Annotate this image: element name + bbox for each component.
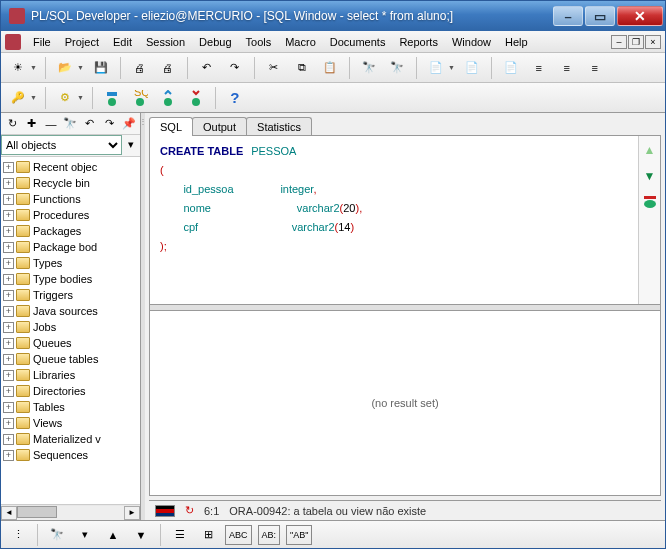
find-next-button[interactable]: 🔭	[386, 57, 408, 79]
cut-button[interactable]: ✂	[263, 57, 285, 79]
tree-item[interactable]: +Type bodies	[1, 271, 140, 287]
menu-documents[interactable]: Documents	[324, 34, 392, 50]
menu-session[interactable]: Session	[140, 34, 191, 50]
tree-item[interactable]: +Functions	[1, 191, 140, 207]
nav-fwd-icon[interactable]: ↷	[101, 115, 117, 133]
expand-icon[interactable]: +	[3, 450, 14, 461]
expand-icon[interactable]: +	[3, 162, 14, 173]
expand-icon[interactable]: +	[3, 210, 14, 221]
print-button[interactable]: 🖨	[129, 57, 151, 79]
save-button[interactable]: 💾	[90, 57, 112, 79]
expand-icon[interactable]: +	[3, 258, 14, 269]
tree-item[interactable]: +Recent objec	[1, 159, 140, 175]
execute-button[interactable]: ⚙▼	[54, 87, 84, 109]
explain-plan-button[interactable]: 📄▼	[425, 57, 455, 79]
doc-button[interactable]: 📄	[500, 57, 522, 79]
whole-word-button[interactable]: AB:	[258, 525, 281, 545]
menu-file[interactable]: File	[27, 34, 57, 50]
refresh-status-icon[interactable]: ↻	[185, 504, 194, 517]
paste-button[interactable]: 📋	[319, 57, 341, 79]
expand-icon[interactable]: +	[3, 322, 14, 333]
undo-button[interactable]: ↶	[196, 57, 218, 79]
find-next-icon[interactable]: ▼	[130, 525, 152, 545]
open-button[interactable]: 📂▼	[54, 57, 84, 79]
tree-item[interactable]: +Packages	[1, 223, 140, 239]
mdi-minimize-button[interactable]: –	[611, 35, 627, 49]
tab-output[interactable]: Output	[192, 117, 247, 136]
fetch-icon[interactable]	[642, 194, 658, 210]
pin-icon[interactable]: 📌	[121, 115, 137, 133]
maximize-button[interactable]: ▭	[585, 6, 615, 26]
indent-right-button[interactable]: ≡	[556, 57, 578, 79]
tree-item[interactable]: +Libraries	[1, 367, 140, 383]
binoculars-icon[interactable]: 🔭	[46, 525, 68, 545]
new-button[interactable]: ☀▼	[7, 57, 37, 79]
remove-icon[interactable]: —	[43, 115, 59, 133]
tree-item[interactable]: +Tables	[1, 399, 140, 415]
expand-icon[interactable]: +	[3, 386, 14, 397]
list-icon[interactable]: ☰	[169, 525, 191, 545]
format-button[interactable]: ≡	[584, 57, 606, 79]
dropdown-icon[interactable]: ▾	[74, 525, 96, 545]
close-button[interactable]: ✕	[617, 6, 663, 26]
tree-item[interactable]: +Directories	[1, 383, 140, 399]
menu-macro[interactable]: Macro	[279, 34, 322, 50]
scroll-down-icon[interactable]: ▼	[642, 168, 658, 184]
scroll-right-button[interactable]: ►	[124, 506, 140, 520]
expand-icon[interactable]: +	[3, 418, 14, 429]
expand-icon[interactable]: +	[3, 226, 14, 237]
nav-back-icon[interactable]: ↶	[82, 115, 98, 133]
match-case-button[interactable]: ABC	[225, 525, 252, 545]
object-tree[interactable]: +Recent objec+Recycle bin+Functions+Proc…	[1, 157, 140, 504]
minimize-button[interactable]: –	[553, 6, 583, 26]
help-button[interactable]: ?	[224, 87, 246, 109]
commit-button[interactable]	[157, 87, 179, 109]
mdi-close-button[interactable]: ×	[645, 35, 661, 49]
filter-dropdown-icon[interactable]: ▾	[122, 135, 140, 153]
refresh-icon[interactable]: ↻	[4, 115, 20, 133]
tree-item[interactable]: +Queue tables	[1, 351, 140, 367]
grid-icon[interactable]: ⊞	[197, 525, 219, 545]
redo-button[interactable]: ↷	[224, 57, 246, 79]
expand-icon[interactable]: +	[3, 434, 14, 445]
menu-debug[interactable]: Debug	[193, 34, 237, 50]
copy-button[interactable]: ⧉	[291, 57, 313, 79]
collapse-icon[interactable]: ⋮	[7, 525, 29, 545]
menu-reports[interactable]: Reports	[393, 34, 444, 50]
find-button[interactable]: 🔭	[358, 57, 380, 79]
expand-icon[interactable]: +	[3, 306, 14, 317]
tree-item[interactable]: +Types	[1, 255, 140, 271]
tree-item[interactable]: +Sequences	[1, 447, 140, 463]
expand-icon[interactable]: +	[3, 242, 14, 253]
tree-item[interactable]: +Jobs	[1, 319, 140, 335]
menu-edit[interactable]: Edit	[107, 34, 138, 50]
print-setup-button[interactable]: 🖨	[157, 57, 179, 79]
rollback-button[interactable]	[185, 87, 207, 109]
key-button[interactable]: 🔑▼	[7, 87, 37, 109]
sql-editor[interactable]: CREATE TABLE PESSOA ( id_pessoa integer,…	[150, 136, 638, 304]
expand-icon[interactable]: +	[3, 274, 14, 285]
tree-item[interactable]: +Views	[1, 415, 140, 431]
page-button[interactable]: 📄	[461, 57, 483, 79]
expand-icon[interactable]: +	[3, 178, 14, 189]
menu-tools[interactable]: Tools	[240, 34, 278, 50]
find-prev-icon[interactable]: ▲	[102, 525, 124, 545]
tree-item[interactable]: +Package bod	[1, 239, 140, 255]
tree-item[interactable]: +Triggers	[1, 287, 140, 303]
tree-item[interactable]: +Recycle bin	[1, 175, 140, 191]
tree-item[interactable]: +Materialized v	[1, 431, 140, 447]
expand-icon[interactable]: +	[3, 370, 14, 381]
mdi-restore-button[interactable]: ❐	[628, 35, 644, 49]
tab-statistics[interactable]: Statistics	[246, 117, 312, 136]
browser-hscroll[interactable]: ◄ ►	[1, 504, 140, 520]
find-object-icon[interactable]: 🔭	[62, 115, 78, 133]
expand-icon[interactable]: +	[3, 354, 14, 365]
filter-select[interactable]: All objects	[1, 135, 122, 155]
add-icon[interactable]: ✚	[23, 115, 39, 133]
indent-left-button[interactable]: ≡	[528, 57, 550, 79]
tree-item[interactable]: +Queues	[1, 335, 140, 351]
scroll-thumb[interactable]	[17, 506, 57, 518]
regex-button[interactable]: "AB"	[286, 525, 312, 545]
tree-item[interactable]: +Procedures	[1, 207, 140, 223]
scroll-up-icon[interactable]: ▲	[642, 142, 658, 158]
